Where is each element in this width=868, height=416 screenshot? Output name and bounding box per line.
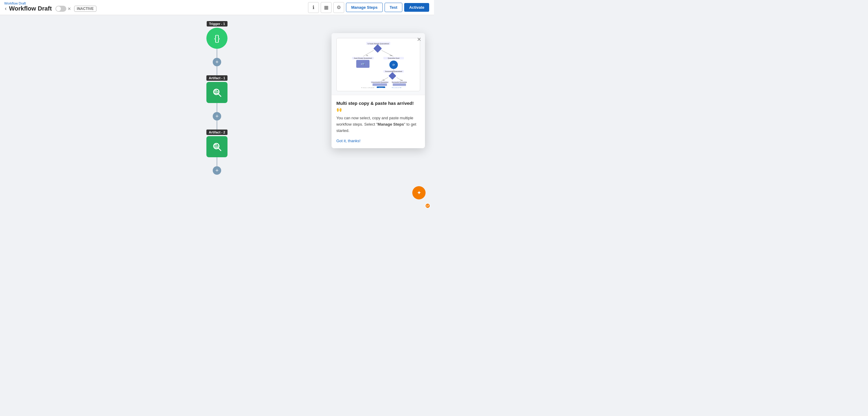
feature-popup: ✕ Is Asset Already Quarantined No Yes (332, 33, 425, 148)
svg-line-1 (218, 94, 221, 96)
svg-text:No: No (366, 55, 368, 56)
svg-text:Quarantine Asset: Quarantine Asset (388, 57, 400, 59)
popup-close-button[interactable]: ✕ (417, 36, 421, 43)
badge-count: 17 (425, 203, 430, 208)
add-step-button-2[interactable]: + (213, 112, 221, 121)
test-button[interactable]: Test (384, 3, 403, 12)
plus-icon-1: + (216, 59, 219, 65)
star-icon: ✦ (417, 190, 421, 196)
popup-cta-link[interactable]: Got it, thanks! (336, 138, 361, 143)
artifact-2-label: Artifact - 2 (207, 130, 227, 135)
popup-manage-steps-ref: Manage Steps (378, 122, 404, 127)
artifact-2-node[interactable] (207, 136, 227, 157)
mini-workflow-diagram: Is Asset Already Quarantined No Yes Asse… (350, 41, 407, 88)
activate-button[interactable]: Activate (404, 3, 429, 12)
artifact-search-icon-1 (211, 87, 223, 98)
svg-line-6 (218, 148, 221, 151)
status-badge: INACTIVE (74, 6, 96, 12)
svg-rect-27 (389, 72, 396, 79)
popup-title: Multi step copy & paste has arrived! 🙌 (336, 100, 420, 113)
add-step-button-1[interactable]: + (213, 58, 221, 66)
header: Workflow Draft ‹ Workflow Draft ✕ INACTI… (0, 0, 434, 15)
settings-button[interactable]: ⚙ (333, 2, 344, 13)
artifact-search-icon-2 (211, 141, 223, 153)
gear-icon: ⚙ (337, 4, 341, 10)
svg-text:Is Asset Already Quarantined: Is Asset Already Quarantined (368, 43, 389, 44)
svg-text:No: No (383, 79, 385, 81)
svg-line-13 (363, 50, 374, 56)
plus-icon-2: + (216, 114, 219, 119)
svg-text:Unsuccessful Quarantine: Unsuccessful Quarantine (371, 81, 388, 83)
svg-text:Asset Already Quarantined: Asset Already Quarantined (354, 57, 372, 59)
popup-description: You can now select, copy and paste multi… (336, 115, 420, 134)
connector-line-3 (217, 103, 217, 112)
toggle-close-icon[interactable]: ✕ (67, 6, 71, 11)
workflow-title: Workflow Draft (9, 5, 52, 12)
back-button[interactable]: ‹ (5, 4, 9, 13)
manage-steps-button[interactable]: Manage Steps (346, 3, 382, 12)
add-step-button-3[interactable]: + (213, 166, 221, 175)
grid-icon: ▦ (324, 4, 329, 10)
header-actions: ℹ ▦ ⚙ Manage Steps Test Activate (308, 2, 429, 13)
svg-rect-12 (373, 44, 382, 53)
help-badge-button[interactable]: ✦ (412, 186, 426, 199)
workflow-nodes: Trigger - 1 {} + Artifact - 1 + Artifact… (207, 21, 227, 175)
connector-line-4 (217, 121, 217, 130)
connector-line-1 (217, 49, 217, 58)
popup-body: Multi step copy & paste has arrived! 🙌 Y… (332, 95, 425, 148)
trigger-1-node[interactable]: {} (207, 28, 227, 49)
breadcrumb: Workflow Draft (4, 1, 26, 5)
artifact-1-node[interactable] (207, 82, 227, 103)
artifact-1-label: Artifact - 1 (207, 75, 227, 81)
workflow-canvas: Trigger - 1 {} + Artifact - 1 + Artifact… (0, 15, 434, 208)
svg-text:4 steps selected: 4 steps selected (361, 87, 374, 88)
svg-text:⟳: ⟳ (393, 63, 395, 67)
svg-text:Successful Quarantine: Successful Quarantine (392, 81, 407, 83)
popup-preview-diagram: Is Asset Already Quarantined No Yes Asse… (336, 38, 420, 91)
toggle-container: ✕ (56, 6, 71, 12)
svg-text:Copy: Copy (379, 87, 383, 88)
info-icon: ℹ (313, 4, 314, 10)
grid-button[interactable]: ▦ (321, 2, 332, 13)
trigger-1-label: Trigger - 1 (207, 21, 227, 27)
toggle-knob (56, 6, 61, 11)
plus-icon-3: + (216, 168, 219, 173)
info-button[interactable]: ℹ (308, 2, 319, 13)
popup-preview-area: Is Asset Already Quarantined No Yes Asse… (332, 33, 425, 95)
svg-line-29 (381, 77, 388, 81)
svg-text:Yes: Yes (400, 79, 403, 81)
svg-text:Deselect All: Deselect All (392, 87, 401, 88)
connector-line-2 (217, 66, 217, 75)
svg-text:Yes: Yes (390, 55, 393, 56)
svg-text:≡🔍: ≡🔍 (361, 63, 365, 65)
trigger-icon: {} (214, 33, 220, 43)
connector-line-5 (217, 157, 217, 166)
active-toggle[interactable] (56, 6, 66, 12)
